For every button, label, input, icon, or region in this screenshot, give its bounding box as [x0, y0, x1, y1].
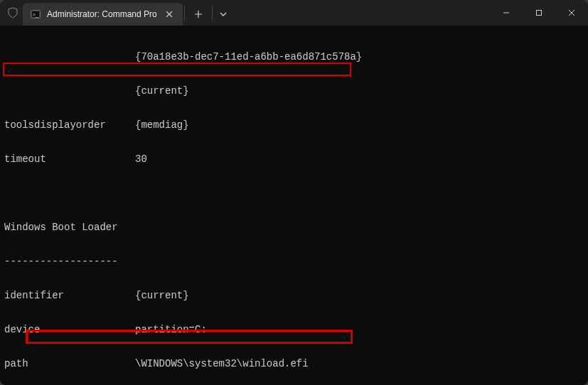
tab-title: Administrator: Command Pro	[47, 9, 157, 19]
section-header: Windows Boot Loader	[4, 222, 584, 233]
terminal-body[interactable]: {70a18e3b-dec7-11ed-a6bb-ea6d871c578a} {…	[0, 26, 588, 385]
new-tab-button[interactable]	[186, 3, 210, 26]
output-timeout-line: timeout30	[4, 153, 584, 165]
output-line: identifier{current}	[4, 290, 584, 301]
section-divider: -------------------	[4, 256, 584, 267]
cmd-icon: >_	[30, 9, 41, 20]
output-line: toolsdisplayorder{memdiag}	[4, 119, 584, 131]
titlebar: >_ Administrator: Command Pro	[0, 0, 588, 26]
close-window-button[interactable]	[555, 0, 588, 26]
close-tab-icon[interactable]	[163, 8, 176, 21]
output-line: path\WINDOWS\system32\winload.efi	[4, 358, 584, 369]
output-line: devicepartition=C:	[4, 324, 584, 335]
terminal-window: >_ Administrator: Command Pro	[0, 0, 588, 385]
svg-rect-2	[537, 11, 542, 16]
maximize-button[interactable]	[523, 0, 555, 26]
titlebar-drag-area[interactable]	[232, 0, 490, 26]
output-line: {current}	[4, 85, 584, 97]
tab-dropdown-button[interactable]	[214, 3, 232, 26]
tab-divider	[184, 6, 185, 20]
annotation-highlight-timeout	[3, 63, 351, 76]
minimize-button[interactable]	[490, 0, 523, 26]
tab-active[interactable]: >_ Administrator: Command Pro	[23, 3, 183, 26]
svg-text:>_: >_	[33, 12, 38, 18]
output-line: {70a18e3b-dec7-11ed-a6bb-ea6d871c578a}	[4, 51, 584, 63]
tab-divider	[212, 6, 213, 20]
app-shield-icon	[7, 7, 18, 18]
